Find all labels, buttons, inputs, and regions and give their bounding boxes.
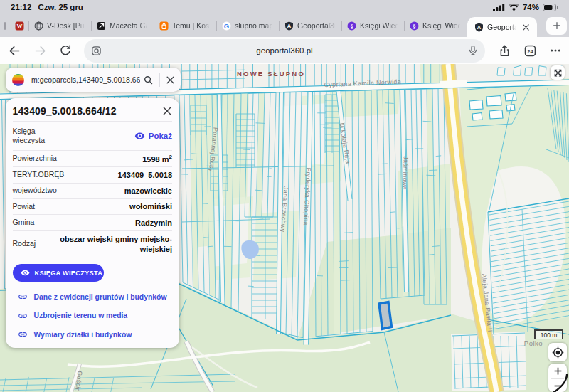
- attribute-label: Rodzaj: [13, 239, 36, 249]
- share-button[interactable]: [491, 38, 517, 63]
- fullscreen-button[interactable]: [551, 65, 565, 80]
- tab[interactable]: V-Desk [Pulp: [29, 14, 91, 37]
- ekw-icon: §: [410, 21, 419, 31]
- map-scale-bar: 100 m: [534, 329, 563, 339]
- vdesk-red-icon: W: [15, 21, 24, 31]
- panel-close-icon[interactable]: [162, 106, 172, 116]
- url-bar[interactable]: geoportal360.pl: [84, 39, 485, 63]
- battery-percent: 74%: [523, 3, 539, 11]
- svg-text:A: A: [287, 23, 292, 29]
- tab-active[interactable]: AGeoporta: [467, 17, 537, 37]
- tab-title: Geoportal36: [297, 21, 336, 30]
- maczeta-icon: [97, 21, 106, 31]
- attribute-row: Księga wieczystaPokaż: [13, 122, 173, 151]
- svg-text:§: §: [350, 22, 353, 29]
- svg-text:G: G: [224, 21, 229, 29]
- attribute-row: województwomazowieckie: [13, 184, 173, 199]
- date: Czw. 25 gru: [38, 3, 83, 11]
- svg-text:A: A: [477, 24, 482, 31]
- tab[interactable]: §Księgi Wiecz: [405, 14, 467, 37]
- svg-text:W: W: [17, 23, 23, 29]
- tab-switcher-button[interactable]: 24: [517, 38, 543, 63]
- battery-icon: [543, 4, 558, 11]
- scale-label: 100 m: [541, 332, 558, 339]
- panel-link-label: Dane z ewidencji gruntów i budynków: [34, 293, 167, 301]
- clock: 21:12: [11, 3, 31, 11]
- eye-icon: [134, 132, 145, 140]
- search-icon[interactable]: [143, 75, 154, 85]
- map-label: Pólko: [524, 339, 543, 347]
- attribute-label: Gmina: [13, 218, 35, 228]
- voice-search-icon[interactable]: [467, 45, 479, 56]
- shield-icon: A: [474, 23, 484, 32]
- tab-title: Geoporta: [487, 23, 517, 31]
- tab-strip: WV-Desk [PulpMaczeta GarTemu | KoszyGsłu…: [0, 14, 569, 37]
- ekw-icon: §: [347, 21, 356, 31]
- tab-title: V-Desk [Pulp: [47, 21, 86, 30]
- reload-button[interactable]: [53, 38, 78, 63]
- link-icon: [18, 292, 28, 302]
- tab-title: Maczeta Gar: [110, 21, 149, 30]
- new-tab-button[interactable]: [546, 17, 567, 35]
- zoom-out-button[interactable]: [548, 379, 567, 392]
- tab-close-icon[interactable]: [522, 23, 530, 31]
- parcel-title: 143409_5.0018.664/12: [13, 105, 117, 117]
- wifi-icon: [509, 4, 519, 11]
- tab[interactable]: AGeoportal36: [280, 14, 341, 37]
- tab[interactable]: Temu | Koszy: [154, 14, 216, 37]
- panel-link[interactable]: Uzbrojenie terenu w media: [13, 307, 173, 326]
- link-icon: [18, 329, 28, 339]
- attribute-label: województwo: [13, 186, 57, 196]
- tab-title: Temu | Koszy: [172, 21, 211, 30]
- zoom-in-button[interactable]: [548, 364, 567, 378]
- attribute-row: GminaRadzymin: [13, 215, 173, 231]
- attribute-row: Powiatwołomiński: [13, 199, 173, 215]
- parcel-links: Dane z ewidencji gruntów i budynkówUzbro…: [13, 287, 173, 344]
- attribute-row: Rodzajobszar wiejski gminy miejsko-wiejs…: [13, 231, 173, 258]
- status-bar: 21:12 Czw. 25 gru 74%: [0, 0, 569, 14]
- search-divider: [159, 73, 160, 87]
- tab[interactable]: Maczeta Gar: [92, 14, 154, 37]
- back-button[interactable]: [1, 38, 27, 63]
- link-icon: [18, 311, 28, 321]
- svg-text:§: §: [413, 22, 415, 29]
- tab-title: słupno mapy: [235, 21, 274, 30]
- panel-link-label: Wymiary działki i budynków: [34, 331, 132, 339]
- my-location-button[interactable]: [548, 343, 567, 361]
- attribute-value: 1598 m2: [142, 154, 172, 164]
- browser-toolbar: geoportal360.pl 24: [0, 37, 569, 64]
- attribute-value: 143409_5.0018: [118, 170, 172, 180]
- attribute-value: obszar wiejski gminy miejsko-wiejskiej: [36, 234, 172, 255]
- url-text[interactable]: geoportal360.pl: [84, 46, 485, 55]
- screen: NOWE SŁUPNOCypriana Kamila NorwidaPorann…: [0, 0, 569, 392]
- tabstrip-grip: [4, 22, 6, 30]
- tab[interactable]: Gsłupno mapy: [217, 14, 279, 37]
- search-input[interactable]: m:geoparcels,143409_5.0018.664/12: [31, 75, 140, 84]
- pokaz-link[interactable]: Pokaż: [134, 132, 172, 140]
- eye-icon: [21, 268, 30, 277]
- attribute-row: Powierzchnia1598 m2: [13, 151, 173, 167]
- attribute-value: Radzymin: [135, 218, 172, 228]
- ksiega-wieczysta-label: KSIĘGA WIECZYSTA: [35, 270, 103, 277]
- map-canvas[interactable]: NOWE SŁUPNOCypriana Kamila NorwidaPorann…: [0, 64, 569, 392]
- ksiega-wieczysta-button[interactable]: KSIĘGA WIECZYSTA: [13, 264, 104, 282]
- attribute-label: Powierzchnia: [13, 154, 57, 164]
- tab-count: 24: [527, 48, 533, 54]
- google-icon: G: [222, 21, 231, 31]
- tab[interactable]: §Księgi Wiecz: [342, 14, 404, 37]
- map-search-bar[interactable]: m:geoparcels,143409_5.0018.664/12: [6, 68, 181, 92]
- tab-title: Księgi Wiecz: [360, 21, 399, 30]
- panel-link[interactable]: Dane z ewidencji gruntów i budynków: [13, 287, 173, 307]
- parcel-info-panel: 143409_5.0018.664/12 Księga wieczystaPok…: [6, 98, 179, 348]
- search-clear-icon[interactable]: [166, 75, 175, 85]
- panel-link[interactable]: Wymiary działki i budynków: [13, 325, 173, 344]
- tab[interactable]: W: [11, 14, 28, 37]
- fullscreen-icon: [553, 68, 563, 78]
- menu-button[interactable]: [543, 38, 568, 63]
- attribute-value: mazowieckie: [124, 186, 172, 196]
- zoom-control: [548, 364, 567, 392]
- attribute-row: TERYT.OBRĘB143409_5.0018: [13, 167, 173, 183]
- map-label: NOWE SŁUPNO: [237, 70, 305, 78]
- forward-button[interactable]: [27, 38, 53, 63]
- my-location-icon: [552, 346, 564, 359]
